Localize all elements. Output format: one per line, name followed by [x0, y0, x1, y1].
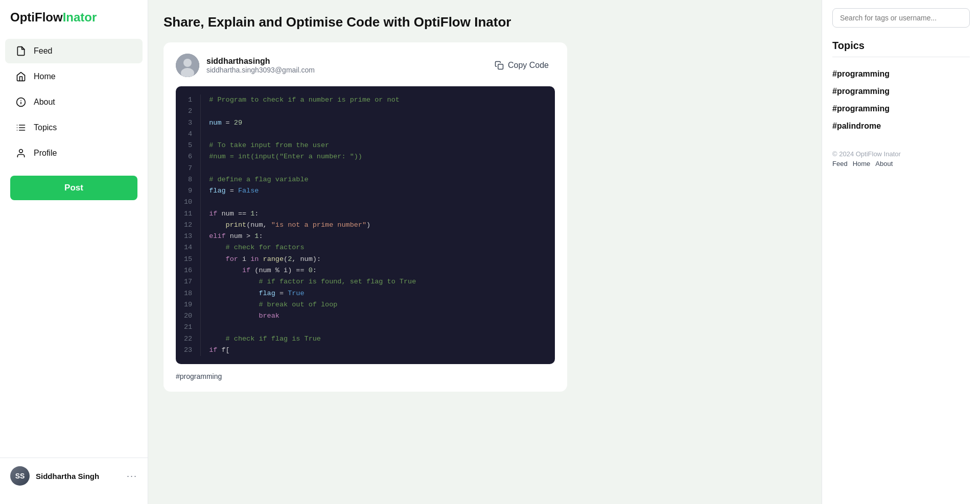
sidebar-item-label-about: About — [34, 98, 55, 107]
footer-link-feed[interactable]: Feed — [832, 160, 848, 167]
copy-code-button[interactable]: Copy Code — [488, 57, 555, 74]
svg-point-11 — [183, 59, 192, 67]
topics-list: #programming #programming #programming #… — [832, 65, 970, 135]
search-input[interactable] — [832, 8, 970, 28]
logo-inator: Inator — [63, 10, 97, 24]
post-card: siddharthasingh siddhartha.singh3093@gma… — [164, 42, 567, 392]
post-user-info: siddharthasingh siddhartha.singh3093@gma… — [206, 57, 315, 74]
footer-link-home[interactable]: Home — [853, 160, 871, 167]
topic-item[interactable]: #programming — [832, 100, 970, 117]
copy-code-label: Copy Code — [508, 61, 549, 70]
page-title: Share, Explain and Optimise Code with Op… — [164, 14, 806, 30]
nav: Feed Home About — [0, 39, 148, 166]
code-lines: # Program to check if a number is prime … — [209, 94, 555, 356]
footer-copyright: © 2024 OptiFlow Inator — [832, 150, 901, 158]
line-numbers: 12345 678910 1112131415 1617181920 21222… — [176, 94, 201, 356]
sidebar-item-profile[interactable]: Profile — [5, 141, 143, 165]
copy-icon — [495, 61, 504, 70]
sidebar-user-name: Siddhartha Singh — [36, 472, 121, 481]
main-content: Share, Explain and Optimise Code with Op… — [148, 0, 822, 504]
sidebar-item-label-home: Home — [34, 72, 56, 81]
sidebar-item-topics[interactable]: Topics — [5, 115, 143, 140]
post-author-avatar — [176, 54, 199, 77]
logo: OptiFlowInator — [0, 10, 148, 39]
code-content: 12345 678910 1112131415 1617181920 21222… — [176, 86, 555, 364]
sidebar-item-label-topics: Topics — [34, 123, 57, 132]
post-header: siddharthasingh siddhartha.singh3093@gma… — [176, 54, 555, 77]
code-block: 12345 678910 1112131415 1617181920 21222… — [176, 86, 555, 364]
sidebar: OptiFlowInator Feed Home — [0, 0, 148, 504]
topic-item[interactable]: #programming — [832, 83, 970, 100]
post-email: siddhartha.singh3093@gmail.com — [206, 66, 315, 74]
post-username: siddharthasingh — [206, 57, 315, 66]
file-icon — [15, 45, 27, 57]
post-button[interactable]: Post — [10, 176, 137, 200]
sidebar-item-home[interactable]: Home — [5, 64, 143, 89]
logo-optiflow: OptiFlow — [10, 10, 63, 24]
sidebar-item-feed[interactable]: Feed — [5, 39, 143, 63]
user-icon — [15, 148, 27, 159]
right-footer: © 2024 OptiFlow Inator Feed Home About — [832, 150, 970, 167]
list-icon — [15, 122, 27, 133]
topic-item[interactable]: #programming — [832, 65, 970, 83]
footer-links: Feed Home About — [832, 160, 970, 167]
home-icon — [15, 71, 27, 82]
topics-title: Topics — [832, 40, 970, 57]
svg-rect-13 — [498, 64, 503, 69]
sidebar-item-label-profile: Profile — [34, 149, 57, 158]
sidebar-item-label-feed: Feed — [34, 46, 52, 56]
footer-link-about[interactable]: About — [875, 160, 893, 167]
topic-item[interactable]: #palindrome — [832, 117, 970, 135]
right-sidebar: Topics #programming #programming #progra… — [822, 0, 980, 504]
sidebar-footer: SS Siddhartha Singh ··· — [0, 458, 148, 494]
info-icon — [15, 97, 27, 108]
post-tags: #programming — [176, 372, 555, 380]
post-tag[interactable]: #programming — [176, 372, 222, 380]
more-options-button[interactable]: ··· — [127, 471, 137, 482]
sidebar-item-about[interactable]: About — [5, 90, 143, 114]
avatar: SS — [10, 466, 30, 486]
svg-point-9 — [19, 150, 23, 153]
